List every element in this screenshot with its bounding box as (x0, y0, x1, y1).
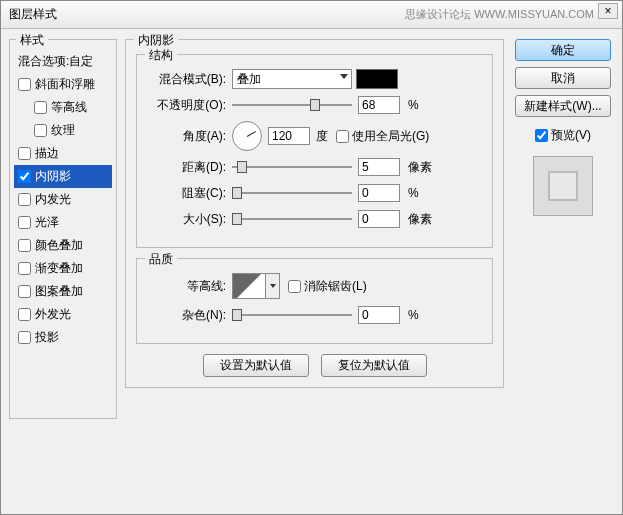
shadow-color-swatch[interactable] (356, 69, 398, 89)
anti-alias-checkbox[interactable]: 消除锯齿(L) (288, 278, 367, 295)
style-item-label: 内阴影 (35, 168, 71, 185)
style-item-label: 图案叠加 (35, 283, 83, 300)
style-item[interactable]: 描边 (14, 142, 112, 165)
style-checkbox[interactable] (34, 124, 47, 137)
contour-picker[interactable] (232, 273, 266, 299)
style-item[interactable]: 外发光 (14, 303, 112, 326)
angle-label: 角度(A): (147, 128, 232, 145)
style-item-label: 光泽 (35, 214, 59, 231)
choke-unit: % (408, 186, 438, 200)
style-item-label: 颜色叠加 (35, 237, 83, 254)
contour-label: 等高线: (147, 278, 232, 295)
style-item-label: 斜面和浮雕 (35, 76, 95, 93)
style-item[interactable]: 光泽 (14, 211, 112, 234)
contour-dropdown[interactable] (266, 273, 280, 299)
style-item[interactable]: 颜色叠加 (14, 234, 112, 257)
style-checkbox[interactable] (18, 262, 31, 275)
styles-legend: 样式 (16, 32, 48, 49)
structure-group: 结构 混合模式(B): 叠加 不透明度(O): % (136, 54, 493, 248)
style-checkbox[interactable] (18, 147, 31, 160)
style-item[interactable]: 等高线 (14, 96, 112, 119)
preview-checkbox[interactable]: 预览(V) (535, 127, 591, 144)
style-item-label: 外发光 (35, 306, 71, 323)
quality-legend: 品质 (145, 251, 177, 268)
style-item[interactable]: 渐变叠加 (14, 257, 112, 280)
style-checkbox[interactable] (18, 285, 31, 298)
style-item-label: 描边 (35, 145, 59, 162)
opacity-label: 不透明度(O): (147, 97, 232, 114)
size-label: 大小(S): (147, 211, 232, 228)
style-item-label: 投影 (35, 329, 59, 346)
style-checkbox[interactable] (18, 216, 31, 229)
angle-dial[interactable] (232, 121, 262, 151)
size-unit: 像素 (408, 211, 438, 228)
window-title: 图层样式 (9, 6, 405, 23)
style-checkbox[interactable] (18, 170, 31, 183)
distance-label: 距离(D): (147, 159, 232, 176)
size-input[interactable] (358, 210, 400, 228)
reset-default-button[interactable]: 复位为默认值 (321, 354, 427, 377)
choke-slider[interactable] (232, 186, 352, 200)
distance-unit: 像素 (408, 159, 438, 176)
style-checkbox[interactable] (18, 78, 31, 91)
watermark-text: 思缘设计论坛 WWW.MISSYUAN.COM (405, 7, 594, 22)
distance-slider[interactable] (232, 160, 352, 174)
style-item[interactable]: 内发光 (14, 188, 112, 211)
structure-legend: 结构 (145, 47, 177, 64)
style-checkbox[interactable] (18, 239, 31, 252)
opacity-slider[interactable] (232, 98, 352, 112)
blend-mode-label: 混合模式(B): (147, 71, 232, 88)
noise-input[interactable] (358, 306, 400, 324)
new-style-button[interactable]: 新建样式(W)... (515, 95, 611, 117)
style-item[interactable]: 斜面和浮雕 (14, 73, 112, 96)
style-item-label: 渐变叠加 (35, 260, 83, 277)
noise-slider[interactable] (232, 308, 352, 322)
style-item-label: 内发光 (35, 191, 71, 208)
preview-thumbnail (533, 156, 593, 216)
styles-list: 样式 混合选项:自定 斜面和浮雕等高线纹理描边内阴影内发光光泽颜色叠加渐变叠加图… (9, 39, 117, 419)
style-item-label: 等高线 (51, 99, 87, 116)
cancel-button[interactable]: 取消 (515, 67, 611, 89)
choke-label: 阻塞(C): (147, 185, 232, 202)
titlebar: 图层样式 思缘设计论坛 WWW.MISSYUAN.COM × (1, 1, 622, 29)
distance-input[interactable] (358, 158, 400, 176)
style-checkbox[interactable] (18, 308, 31, 321)
blend-options-item[interactable]: 混合选项:自定 (14, 50, 112, 73)
opacity-input[interactable] (358, 96, 400, 114)
style-item[interactable]: 图案叠加 (14, 280, 112, 303)
style-item-label: 纹理 (51, 122, 75, 139)
style-item[interactable]: 纹理 (14, 119, 112, 142)
chevron-down-icon (340, 74, 348, 79)
style-item[interactable]: 内阴影 (14, 165, 112, 188)
inner-shadow-panel: 内阴影 结构 混合模式(B): 叠加 不透明度(O): (125, 39, 504, 388)
angle-unit: 度 (316, 128, 328, 145)
blend-mode-select[interactable]: 叠加 (232, 69, 352, 89)
quality-group: 品质 等高线: 消除锯齿(L) 杂色(N): % (136, 258, 493, 344)
make-default-button[interactable]: 设置为默认值 (203, 354, 309, 377)
size-slider[interactable] (232, 212, 352, 226)
layer-style-dialog: 图层样式 思缘设计论坛 WWW.MISSYUAN.COM × 样式 混合选项:自… (0, 0, 623, 515)
noise-unit: % (408, 308, 438, 322)
close-button[interactable]: × (598, 3, 618, 19)
ok-button[interactable]: 确定 (515, 39, 611, 61)
style-item[interactable]: 投影 (14, 326, 112, 349)
opacity-unit: % (408, 98, 438, 112)
choke-input[interactable] (358, 184, 400, 202)
style-checkbox[interactable] (18, 331, 31, 344)
angle-input[interactable] (268, 127, 310, 145)
style-checkbox[interactable] (34, 101, 47, 114)
global-light-checkbox[interactable]: 使用全局光(G) (336, 128, 429, 145)
style-checkbox[interactable] (18, 193, 31, 206)
noise-label: 杂色(N): (147, 307, 232, 324)
